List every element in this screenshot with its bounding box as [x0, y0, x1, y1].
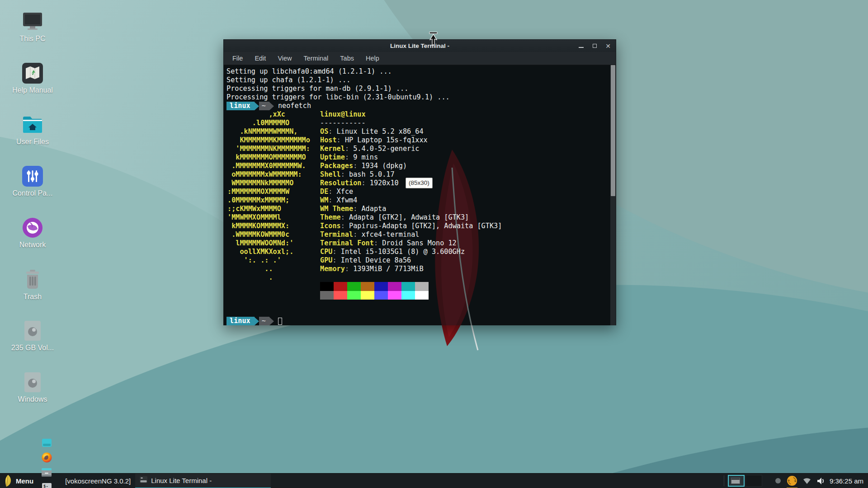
desktop-icon-label: User Files	[16, 138, 49, 146]
terminal-icon	[140, 476, 147, 484]
neofetch-info-value: Droid Sans Mono 12	[382, 239, 457, 247]
neofetch-info-value: Papirus-Adapta [GTK2], Adwaita [GTK3]	[349, 222, 502, 230]
palette-swatch	[374, 282, 388, 291]
neofetch-info-label: Resolution	[320, 179, 361, 187]
system-tray	[775, 474, 825, 488]
desktop-icon-volume-235gb[interactable]: 235 GB Vol...	[5, 320, 60, 352]
palette-swatch	[374, 291, 388, 300]
menu-file[interactable]: File	[232, 55, 243, 62]
prompt-host-segment: linux	[226, 102, 255, 110]
neofetch-info-value: Xfwm4	[337, 196, 358, 204]
taskbar-clock[interactable]: 9:36:25 am	[830, 477, 863, 485]
desktop-icon-this-pc[interactable]: This PC	[5, 11, 60, 43]
neofetch-info-value: bash 5.0.17	[349, 170, 395, 178]
workspace-2[interactable]	[745, 475, 762, 487]
network-wireless-icon[interactable]	[803, 478, 811, 484]
help-manual-icon	[22, 62, 43, 84]
network-icon	[22, 217, 43, 239]
workspace-1[interactable]	[728, 475, 745, 487]
neofetch-info-label: Uptime	[320, 153, 345, 161]
minimize-button[interactable]	[578, 43, 584, 49]
launcher-terminal-launcher[interactable]: $-	[38, 481, 55, 488]
file-manager-icon	[41, 468, 52, 479]
close-button[interactable]: ✕	[605, 43, 611, 49]
desktop-icon-label: 235 GB Vol...	[11, 344, 54, 352]
desktop-icon-user-files[interactable]: User Files	[5, 114, 60, 146]
menu-tabs[interactable]: Tabs	[340, 55, 354, 62]
neofetch-info-label: CPU	[320, 248, 332, 256]
terminal-content[interactable]: Setting up libchafa0:amd64 (1.2.1-1) ...…	[224, 65, 610, 325]
scrollbar-thumb[interactable]	[611, 65, 615, 196]
palette-swatch	[347, 291, 361, 300]
palette-swatch	[415, 291, 429, 300]
window-controls: ✕	[578, 40, 611, 52]
neofetch-info-row: DE: Xfce	[320, 188, 502, 196]
menu-terminal[interactable]: Terminal	[304, 55, 329, 62]
terminal-window[interactable]: Linux Lite Terminal - ✕ FileEditViewTerm…	[223, 39, 616, 325]
neofetch-info-value: Xfce	[337, 188, 354, 196]
neofetch-info-value: HP Laptop 15s-fq1xxx	[345, 136, 428, 144]
palette-swatch	[320, 282, 334, 291]
workspace-window-thumbnail	[731, 478, 740, 484]
menu-edit[interactable]: Edit	[255, 55, 266, 62]
volume-235gb-icon	[22, 320, 43, 342]
palette-swatch	[361, 282, 374, 291]
neofetch-info-value: 1934 (dpkg)	[361, 162, 407, 170]
taskbar: Menu $- [vokoscreenNG 3.0.2]Linux Lite T…	[0, 473, 868, 488]
neofetch-info-value: Adapta	[361, 205, 386, 213]
neofetch-info-value: 9 mins	[353, 153, 378, 161]
terminal-cursor	[278, 318, 282, 325]
svg-text:$-: $-	[43, 484, 48, 488]
neofetch-info-row: GPU: Intel Device 8a56	[320, 256, 502, 265]
neofetch-info-label: OS	[320, 127, 328, 136]
palette-swatch	[347, 282, 361, 291]
resize-size-tooltip: (85x30)	[406, 178, 433, 188]
palette-swatch	[361, 291, 374, 300]
launcher-file-manager[interactable]	[38, 466, 55, 481]
launcher-firefox[interactable]	[38, 451, 55, 466]
recorder-dot-icon[interactable]	[775, 478, 781, 484]
neofetch-info-label: Icons	[320, 222, 341, 230]
menu-help[interactable]: Help	[366, 55, 379, 62]
menu-button[interactable]: Menu	[0, 474, 38, 488]
updates-icon[interactable]	[787, 474, 797, 488]
windows-icon	[22, 371, 43, 393]
palette-row-1	[320, 282, 429, 291]
launcher-show-desktop[interactable]	[38, 436, 55, 451]
desktop-icon-trash[interactable]: Trash	[5, 269, 60, 301]
user-files-icon	[22, 114, 43, 136]
palette-swatch	[334, 291, 347, 300]
desktop-icon-help-manual[interactable]: Help Manual	[5, 62, 60, 94]
terminal-viewport[interactable]: Setting up libchafa0:amd64 (1.2.1-1) ...…	[224, 65, 616, 325]
desktop-icon-label: Control Pa...	[13, 189, 53, 197]
volume-icon[interactable]	[816, 477, 825, 485]
menu-view[interactable]: View	[278, 55, 292, 62]
neofetch-info-value: Intel Device 8a56	[341, 256, 411, 264]
trash-icon	[22, 269, 43, 291]
taskbar-task-active[interactable]: Linux Lite Terminal -	[135, 474, 271, 488]
terminal-launcher-icon: $-	[42, 483, 52, 488]
neofetch-info-row: Terminal Font: Droid Sans Mono 12	[320, 239, 502, 248]
scrollbar[interactable]	[610, 65, 616, 325]
desktop-icon-network[interactable]: Network	[5, 217, 60, 249]
workspace-switcher	[728, 475, 763, 487]
quick-launchers: $-	[38, 436, 55, 488]
control-panel-icon	[22, 165, 43, 187]
this-pc-icon	[22, 11, 43, 33]
neofetch-info-value: Adapta [GTK2], Adwaita [GTK3]	[349, 213, 469, 221]
neofetch-info-label: GPU	[320, 256, 332, 264]
prompt-line-current: linux~	[226, 317, 610, 325]
desktop-icon-label: Trash	[24, 293, 42, 301]
maximize-button[interactable]	[591, 43, 598, 49]
taskbar-task-minimized[interactable]: [vokoscreenNG 3.0.2]	[61, 474, 135, 488]
window-titlebar[interactable]: Linux Lite Terminal - ✕	[224, 40, 616, 52]
neofetch-info: linux@linux-----------OS: Linux Lite 5.2…	[320, 110, 502, 273]
neofetch-info-row: Host: HP Laptop 15s-fq1xxx	[320, 136, 502, 145]
desktop: This PC Help Manual User Files Control P…	[0, 0, 868, 488]
desktop-icon-control-panel[interactable]: Control Pa...	[5, 165, 60, 197]
terminal-color-palette	[320, 282, 429, 300]
palette-row-2	[320, 291, 429, 300]
powerline-arrow-icon	[269, 102, 274, 110]
desktop-icon-windows[interactable]: Windows	[5, 371, 60, 404]
neofetch-info-row: Icons: Papirus-Adapta [GTK2], Adwaita [G…	[320, 222, 502, 230]
